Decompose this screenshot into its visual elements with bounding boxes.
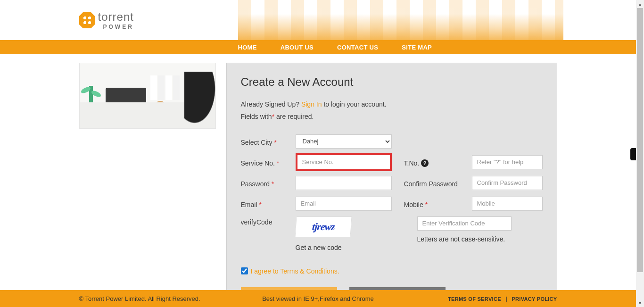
footer-copyright: © Torrent Power Limited. All Right Reser… — [79, 295, 200, 302]
form-heading: Create a New Account — [241, 75, 543, 89]
logo-line1: torrent — [98, 10, 134, 24]
tno-input[interactable] — [472, 155, 543, 169]
label-verify-code: verifyCode — [241, 216, 296, 226]
help-icon[interactable]: ? — [421, 159, 429, 167]
confirm-password-input[interactable] — [472, 176, 543, 190]
city-select[interactable]: Dahej — [296, 134, 392, 149]
nav-about[interactable]: ABOUT US — [281, 44, 314, 51]
logo-text: torrent POWER — [98, 10, 134, 30]
label-mobile: Mobile * — [392, 199, 472, 208]
required-fields-text: Fields with* are required. — [241, 111, 543, 122]
password-input[interactable] — [296, 176, 392, 190]
footer-separator: | — [505, 295, 507, 302]
label-confirm-password: Confirm Password — [392, 178, 472, 188]
nav-contact[interactable]: CONTACT US — [337, 44, 378, 51]
get-new-code-link[interactable]: Get a new code — [296, 244, 392, 251]
case-hint: Letters are not case-sensitive. — [417, 235, 543, 243]
label-email: Email * — [241, 199, 296, 208]
scroll-down-button[interactable]: ▾ — [636, 299, 644, 307]
logo-line2: POWER — [98, 24, 134, 30]
main-nav: HOME ABOUT US CONTACT US SITE MAP — [0, 40, 636, 54]
header-illustration — [238, 0, 563, 40]
side-feedback-tab[interactable] — [630, 148, 636, 160]
footer-tos-link[interactable]: TERMS OF SERVICE — [448, 296, 501, 302]
scrollbar[interactable]: ▴ ▾ — [636, 0, 644, 307]
nav-sitemap[interactable]: SITE MAP — [402, 44, 432, 51]
label-password: Password * — [241, 178, 296, 188]
label-service-no: Service No. * — [241, 158, 296, 167]
already-signed-text: Already Signed Up? Sign In to login your… — [241, 99, 543, 109]
footer-browser-note: Best viewed in IE 9+,Firefox and Chrome — [262, 295, 374, 302]
sidebar-image — [79, 63, 216, 129]
footer: © Torrent Power Limited. All Right Reser… — [0, 290, 636, 307]
header: torrent POWER — [73, 0, 563, 40]
terms-checkbox[interactable] — [241, 267, 248, 274]
logo[interactable]: torrent POWER — [79, 10, 134, 30]
verification-code-input[interactable] — [417, 216, 512, 231]
mobile-input[interactable] — [472, 197, 543, 211]
logo-mark-icon — [79, 12, 95, 28]
footer-privacy-link[interactable]: PRIVACY POLICY — [512, 296, 557, 302]
scroll-thumb[interactable] — [637, 8, 643, 272]
label-city: Select City * — [241, 137, 296, 146]
scroll-up-button[interactable]: ▴ — [636, 0, 644, 8]
signin-link[interactable]: Sign In — [301, 100, 322, 108]
service-no-input[interactable] — [296, 153, 392, 171]
terms-link[interactable]: I agree to Terms & Conditions. — [251, 267, 339, 275]
captcha-image: tjrewz — [295, 216, 352, 237]
email-input[interactable] — [296, 197, 392, 211]
nav-home[interactable]: HOME — [238, 44, 257, 51]
label-tno: T.No. ? — [392, 158, 472, 167]
signup-form: Create a New Account Already Signed Up? … — [226, 63, 557, 307]
